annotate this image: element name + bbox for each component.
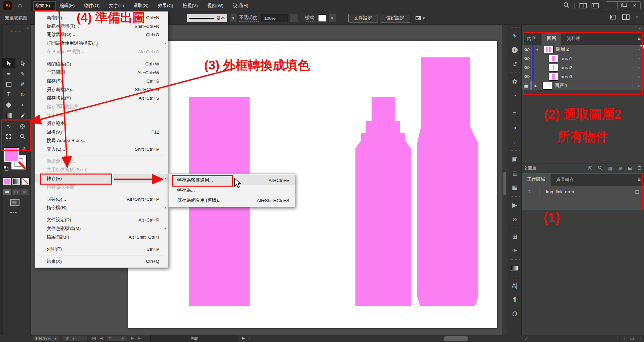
pen-tool[interactable]: ✒ — [2, 69, 15, 79]
menu-item-exit[interactable]: 結束(X)Ctrl+Q — [35, 257, 168, 265]
style-swatch[interactable] — [318, 14, 326, 22]
menu-item-save-copy[interactable]: 儲存拷貝(Y)...Alt+Ctrl+S — [35, 94, 168, 102]
target-circle-icon[interactable]: ○ — [633, 54, 644, 63]
new-sublayer-icon[interactable]: ⊕ — [618, 165, 622, 171]
screen-mode-button[interactable] — [10, 199, 19, 206]
target-circle-icon[interactable]: ○ — [633, 72, 644, 81]
panel-menu-icon[interactable]: ≡ — [638, 32, 644, 45]
collapse-left-icon[interactable]: ‹ — [249, 336, 251, 340]
layer-thumbnail[interactable] — [549, 73, 558, 80]
gradient-fill-button[interactable] — [12, 178, 20, 185]
artboard-name[interactable]: img_link_area — [540, 189, 574, 194]
fill-color-swatch[interactable] — [4, 148, 19, 162]
layer-name[interactable]: 圖層 2 — [556, 46, 569, 52]
draw-behind-mode[interactable] — [11, 189, 20, 195]
color-fill-button[interactable] — [3, 178, 11, 185]
resize-handle-icon[interactable]: ⤢ — [525, 336, 528, 341]
panel-menu-icon[interactable]: ≡ — [636, 14, 639, 20]
menu-item-scripts[interactable]: 指令檔(R)› — [35, 203, 168, 212]
swatches-panel-icon[interactable]: ⊞ — [507, 230, 522, 243]
layer-name[interactable]: 圖層 1 — [555, 83, 567, 89]
arrange-documents-icon[interactable] — [610, 15, 616, 19]
close-button[interactable]: ✕ — [629, 2, 640, 10]
eraser-tool[interactable] — [2, 100, 15, 110]
width-tool[interactable]: ∿ — [2, 121, 15, 131]
draw-normal-mode[interactable] — [3, 189, 11, 195]
draw-inside-mode[interactable] — [20, 189, 29, 195]
visibility-toggle[interactable] — [522, 45, 532, 54]
tab-libraries[interactable]: 資料庫 — [561, 32, 586, 45]
brushes-panel-icon[interactable]: ✑ — [507, 244, 522, 257]
lasso-select-tool[interactable]: ◖ — [16, 100, 29, 110]
visibility-toggle[interactable] — [522, 54, 532, 63]
actions-play-icon[interactable]: ▶ — [507, 199, 522, 211]
layer-row-layer1[interactable]: ▶ 圖層 1 ○ — [522, 81, 644, 90]
locate-object-icon[interactable] — [598, 165, 602, 171]
menu-item-document-setup[interactable]: 文件設定(D)...Alt+Ctrl+P — [35, 216, 168, 224]
zoom-level-select[interactable]: 104.17%▼ — [33, 336, 59, 342]
menu-help[interactable]: 說明(H) — [228, 0, 253, 11]
links-panel-icon[interactable]: ∞ — [507, 213, 522, 226]
menu-item-close-all[interactable]: 全部關閉Alt+Ctrl+W — [35, 68, 168, 77]
menu-item-save-as[interactable]: 另存新檔(A)...Shift+Ctrl+S — [35, 85, 168, 94]
appearance-panel-icon[interactable]: ▣ — [507, 153, 522, 166]
artboard-tool[interactable] — [2, 131, 15, 141]
layer-thumbnail[interactable] — [549, 55, 558, 62]
chevron-down-icon[interactable]: ▼ — [533, 48, 541, 51]
opentype-panel-icon[interactable]: O — [507, 307, 522, 320]
lock-icon[interactable] — [522, 81, 530, 90]
workspace-layout-icon[interactable] — [579, 3, 587, 8]
paragraph-panel-icon[interactable]: ¶ — [507, 293, 522, 306]
panel-grip[interactable] — [9, 31, 22, 32]
menu-item-search-adobe-stock[interactable]: 搜尋 Adobe Stock... — [35, 136, 168, 145]
opacity-input[interactable]: 100% — [261, 14, 288, 22]
color-guide-panel-icon[interactable]: ◔ — [507, 89, 522, 102]
layer-row-area1[interactable]: area1 ○ — [522, 54, 644, 63]
properties-panel-icon[interactable]: ✳ — [507, 30, 522, 42]
menu-effect[interactable]: 效果(C) — [153, 0, 178, 11]
submenu-item-export-for-screens[interactable]: 轉存為螢幕適用...Alt+Ctrl+E — [169, 175, 295, 185]
opacity-stepper[interactable]: › — [290, 14, 298, 22]
eyedropper-tool[interactable] — [16, 110, 29, 120]
menu-select[interactable]: 選取(S) — [129, 0, 153, 11]
opacity-label[interactable]: 不透明度: — [239, 15, 259, 22]
restore-button[interactable] — [617, 2, 629, 10]
selection-tool[interactable] — [2, 58, 15, 68]
tab-layers[interactable]: 圖層 — [542, 32, 561, 45]
layer-row-layer2[interactable]: ▼ 圖層 2 ○ — [522, 45, 644, 54]
layer-thumbnail[interactable] — [544, 46, 553, 53]
tab-artboards[interactable]: 工作區域 — [522, 173, 551, 186]
menu-item-revert[interactable]: 回復(V)F12 — [35, 128, 168, 136]
menu-item-new[interactable]: 新增(N)...Ctrl+N — [35, 13, 168, 22]
delete-artboard-icon[interactable]: ▯ — [638, 336, 641, 341]
artboard-row[interactable]: 1 img_link_area ❏ — [522, 186, 644, 198]
target-circle-icon[interactable]: ○ — [633, 81, 644, 90]
layer-row-area2[interactable]: area2 ○ — [522, 63, 644, 72]
submenu-item-save-for-web[interactable]: 儲存為網頁用 (舊版)...Alt+Shift+Ctrl+S — [169, 195, 295, 205]
select-similar-button[interactable]: ▼ — [416, 16, 426, 20]
tab-asset-export[interactable]: 資產轉存 — [551, 173, 579, 186]
panel-menu-icon[interactable]: ≡ — [638, 173, 644, 186]
gradient-strip-icon[interactable] — [507, 262, 522, 275]
document-arrange-icon[interactable] — [592, 3, 599, 8]
scrollbar-thumb[interactable] — [503, 172, 506, 195]
collapse-panel-icon[interactable]: « — [27, 26, 29, 30]
zoom-tool[interactable] — [16, 131, 29, 141]
menu-item-package[interactable]: 封裝(G)...Alt+Shift+Ctrl+P — [35, 195, 168, 203]
character-panel-icon[interactable]: A| — [507, 279, 522, 292]
layer-row-area3[interactable]: area3 ○ — [522, 72, 644, 81]
new-artboard-icon[interactable]: ❏ — [630, 336, 634, 341]
rotation-select[interactable]: 0°▼ — [63, 336, 88, 342]
info-panel-icon[interactable]: i — [507, 44, 522, 56]
transparency-panel-icon[interactable]: ◑ — [507, 121, 522, 134]
home-icon[interactable]: ⌂ — [18, 2, 22, 9]
menu-window[interactable]: 視窗(W) — [203, 0, 228, 11]
swap-fill-stroke-icon[interactable]: ⇄ — [21, 146, 28, 152]
gradient-tool[interactable] — [2, 110, 15, 120]
tab-properties[interactable]: 內容 — [522, 32, 542, 45]
edit-toolbar-icon[interactable]: ••• — [10, 209, 17, 215]
menu-type[interactable]: 文字(T) — [104, 0, 129, 11]
target-circle-icon[interactable]: ○ — [633, 63, 644, 72]
none-fill-button[interactable] — [22, 178, 29, 185]
chevron-down-icon[interactable]: ▼ — [230, 14, 237, 22]
